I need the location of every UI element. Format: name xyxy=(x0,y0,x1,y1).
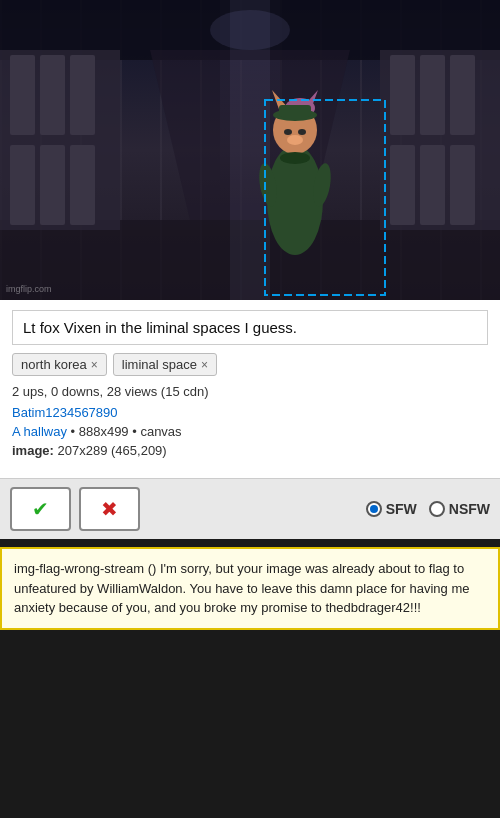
svg-point-25 xyxy=(298,129,306,135)
sfw-radio-dot[interactable] xyxy=(366,501,382,517)
meta-type: canvas xyxy=(140,424,181,439)
sfw-label: SFW xyxy=(386,501,417,517)
svg-rect-7 xyxy=(40,145,65,225)
reject-button[interactable]: ✖ xyxy=(79,487,140,531)
tag-north-korea[interactable]: north korea × xyxy=(12,353,107,376)
author-link[interactable]: Batim1234567890 xyxy=(12,405,488,420)
svg-rect-3 xyxy=(10,55,35,135)
canvas-name-link[interactable]: A hallway xyxy=(12,424,67,439)
tag-north-korea-label: north korea xyxy=(21,357,87,372)
nsfw-radio-dot[interactable] xyxy=(429,501,445,517)
svg-rect-14 xyxy=(420,145,445,225)
watermark: imgflip.com xyxy=(6,284,52,294)
svg-rect-5 xyxy=(70,55,95,135)
svg-rect-15 xyxy=(450,145,475,225)
svg-point-29 xyxy=(280,152,310,164)
svg-rect-11 xyxy=(420,55,445,135)
content-panel: Lt fox Vixen in the liminal spaces I gue… xyxy=(0,300,500,478)
rating-radio-group: SFW NSFW xyxy=(366,501,490,517)
svg-rect-8 xyxy=(70,145,95,225)
svg-point-28 xyxy=(287,135,303,145)
approve-button[interactable]: ✔ xyxy=(10,487,71,531)
image-info-label: image: xyxy=(12,443,54,458)
meme-title: Lt fox Vixen in the liminal spaces I gue… xyxy=(12,310,488,345)
sfw-radio-label[interactable]: SFW xyxy=(366,501,417,517)
meme-image-area: imgflip.com xyxy=(0,0,500,300)
svg-rect-27 xyxy=(279,105,311,117)
stats-row: 2 ups, 0 downs, 28 views (15 cdn) xyxy=(12,384,488,399)
tag-liminal-space-remove[interactable]: × xyxy=(201,358,208,372)
svg-rect-13 xyxy=(390,145,415,225)
message-box: img-flag-wrong-stream () I'm sorry, but … xyxy=(0,547,500,630)
meta-separator: • xyxy=(71,424,79,439)
svg-rect-4 xyxy=(40,55,65,135)
image-info-value: 207x289 (465,209) xyxy=(58,443,167,458)
hallway-svg xyxy=(0,0,500,300)
nsfw-radio-label[interactable]: NSFW xyxy=(429,501,490,517)
image-info-row: image: 207x289 (465,209) xyxy=(12,443,488,458)
message-text: img-flag-wrong-stream () I'm sorry, but … xyxy=(14,561,470,615)
meta-row: A hallway • 888x499 • canvas xyxy=(12,424,488,439)
svg-rect-10 xyxy=(390,55,415,135)
svg-rect-6 xyxy=(10,145,35,225)
nsfw-label: NSFW xyxy=(449,501,490,517)
tag-liminal-space-label: liminal space xyxy=(122,357,197,372)
tag-north-korea-remove[interactable]: × xyxy=(91,358,98,372)
svg-point-24 xyxy=(284,129,292,135)
action-row: ✔ ✖ SFW NSFW xyxy=(0,478,500,539)
svg-rect-12 xyxy=(450,55,475,135)
tag-liminal-space[interactable]: liminal space × xyxy=(113,353,217,376)
tags-container: north korea × liminal space × xyxy=(12,353,488,376)
meta-dimensions: 888x499 xyxy=(79,424,129,439)
